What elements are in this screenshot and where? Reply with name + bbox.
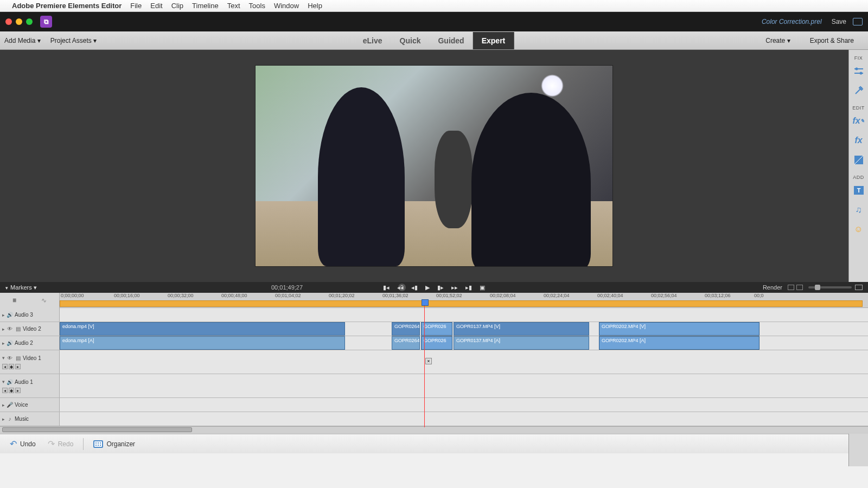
time-ruler[interactable]: 0;00;00;00 00;00;16;00 00;00;32;00 00;00… — [60, 293, 868, 300]
transitions-icon[interactable] — [852, 153, 866, 167]
applied-effects-icon[interactable]: fx — [852, 133, 866, 147]
fullscreen-icon[interactable] — [853, 18, 863, 25]
clip-video[interactable]: GOPR0137.MP4 [V] — [454, 322, 589, 336]
app-name[interactable]: Adobe Premiere Elements Editor — [12, 2, 122, 10]
ruler-tick: 00;01;36;02 — [382, 293, 409, 298]
track-label: Audio 3 — [15, 312, 33, 318]
music-icon[interactable]: ♫ — [852, 203, 866, 217]
track-head-audio2[interactable]: ▸🔊 Audio 2 — [0, 336, 60, 350]
track-video2: ▸👁▤ Video 2 edona.mp4 [V] GOPR0264. GOPR… — [0, 322, 868, 336]
render-button[interactable]: Render — [763, 284, 782, 291]
ruler-tick: 00;00;32;00 — [168, 293, 194, 298]
track-label: Audio 1 — [15, 379, 33, 385]
video-preview[interactable] — [255, 65, 613, 267]
step-back-icon[interactable]: ◂▮ — [411, 284, 418, 291]
export-share-button[interactable]: Export & Share — [810, 37, 854, 44]
speaker-icon[interactable]: 🔊 — [7, 312, 13, 318]
redo-button[interactable]: ↷ Redo — [43, 436, 78, 451]
tab-guided[interactable]: Guided — [429, 32, 473, 49]
clip-audio[interactable]: GOPR0202.MP4 [A] — [599, 336, 760, 350]
playhead[interactable] — [424, 300, 425, 427]
eye-icon[interactable]: 👁 — [7, 326, 13, 332]
ruler-tick: 00;00;16;00 — [114, 293, 140, 298]
markers-dropdown[interactable]: Markers ▾ — [5, 284, 37, 291]
save-button[interactable]: Save — [832, 18, 846, 25]
track-head-voice[interactable]: ▸🎤 Voice — [0, 398, 60, 412]
filmstrip-icon: ▤ — [15, 355, 21, 361]
svg-point-0 — [855, 68, 858, 70]
timeline-hscrollbar[interactable] — [0, 426, 868, 433]
menu-text[interactable]: Text — [227, 2, 240, 10]
keyframe-nav[interactable]: ◂◆▸ — [2, 388, 21, 393]
clip-audio-selected[interactable]: GOPR026 — [421, 336, 452, 350]
track-audio1: ▾🔊 Audio 1 ◂◆▸ — [0, 374, 868, 398]
clip-video[interactable]: GOPR0202.MP4 [V] — [599, 322, 760, 336]
close-icon[interactable] — [5, 18, 12, 25]
organizer-button[interactable]: Organizer — [89, 438, 139, 450]
ruler-tick: 00;02;24;04 — [544, 293, 570, 298]
speaker-icon[interactable]: 🔊 — [7, 378, 13, 385]
menu-window[interactable]: Window — [274, 2, 299, 10]
clip-video[interactable]: edona.mp4 [V] — [60, 322, 345, 336]
svg-text:T: T — [857, 187, 860, 194]
music-note-icon[interactable]: ♪ — [7, 416, 13, 422]
menu-help[interactable]: Help — [308, 2, 322, 10]
add-media-button[interactable]: Add Media ▾ — [4, 37, 41, 44]
goto-start-icon[interactable]: ▮◂ — [383, 284, 390, 291]
track-label: Voice — [15, 402, 28, 408]
next-frame-icon[interactable]: ▸▸ — [451, 284, 458, 291]
display-mode-toggle[interactable] — [788, 285, 803, 290]
menu-timeline[interactable]: Timeline — [192, 2, 219, 10]
ruler-tick: 00;01;52;02 — [436, 293, 462, 298]
mic-icon[interactable]: 🎤 — [7, 402, 13, 408]
clip-audio[interactable]: GOPR0137.MP4 [A] — [454, 336, 589, 350]
tools-icon[interactable] — [852, 84, 866, 98]
zoom-fit-icon[interactable] — [855, 285, 863, 290]
tab-quick[interactable]: Quick — [391, 32, 430, 49]
undo-button[interactable]: ↶ Undo — [5, 436, 40, 451]
menu-tools[interactable]: Tools — [249, 2, 265, 10]
marker-icon[interactable]: × — [425, 358, 432, 364]
menu-clip[interactable]: Clip — [171, 2, 183, 10]
project-filename: Color Correction.prel — [762, 18, 822, 25]
track-head-video1[interactable]: ▾👁▤ Video 1 ◂◆▸ — [0, 350, 60, 374]
mac-menubar: Adobe Premiere Elements Editor File Edit… — [0, 0, 868, 12]
timeline-tool-b-icon[interactable]: ∿ — [41, 297, 47, 304]
create-button[interactable]: Create ▾ — [765, 37, 790, 44]
adjust-icon[interactable] — [852, 64, 866, 78]
track-audio2: ▸🔊 Audio 2 edona.mp4 [A] GOPR0264. GOPR0… — [0, 336, 868, 350]
graphics-icon[interactable]: ☺ — [852, 222, 866, 236]
menu-file[interactable]: File — [130, 2, 142, 10]
effects-icon[interactable]: fx✎ — [852, 114, 866, 128]
clip-audio[interactable]: edona.mp4 [A] — [60, 336, 345, 350]
keyframe-nav[interactable]: ◂◆▸ — [2, 364, 21, 369]
menu-edit[interactable]: Edit — [150, 2, 162, 10]
goto-end-icon[interactable]: ▸▮ — [465, 284, 472, 291]
clip-video[interactable]: GOPR0264. — [392, 322, 420, 336]
undo-icon: ↶ — [10, 439, 17, 449]
ruler-tick: 00;01;04;02 — [275, 293, 301, 298]
project-assets-button[interactable]: Project Assets ▾ — [50, 37, 97, 44]
speaker-icon[interactable]: 🔊 — [7, 340, 13, 346]
titles-icon[interactable]: T — [852, 183, 866, 197]
timecode-display[interactable]: 00;01;49;27 — [271, 284, 303, 291]
track-head-audio3[interactable]: ▸🔊 Audio 3 — [0, 308, 60, 322]
play-icon[interactable]: ▶ — [425, 284, 430, 291]
maximize-icon[interactable] — [26, 18, 33, 25]
eye-icon[interactable]: 👁 — [7, 355, 13, 361]
prev-frame-icon[interactable]: ◂◂ — [397, 284, 404, 291]
snapshot-icon[interactable]: ▣ — [480, 284, 485, 291]
track-head-audio1[interactable]: ▾🔊 Audio 1 ◂◆▸ — [0, 374, 60, 397]
minimize-icon[interactable] — [16, 18, 22, 25]
tab-elive[interactable]: eLive — [354, 32, 391, 49]
clip-video-selected[interactable]: GOPR026 — [421, 322, 452, 336]
timeline-tool-a-icon[interactable]: ≡ — [12, 297, 16, 304]
tab-expert[interactable]: Expert — [473, 32, 514, 49]
track-head-video2[interactable]: ▸👁▤ Video 2 — [0, 322, 60, 336]
clip-audio[interactable]: GOPR0264. — [392, 336, 420, 350]
zoom-slider[interactable] — [808, 286, 852, 288]
ruler-tick: 00;00;48;00 — [221, 293, 247, 298]
track-head-music[interactable]: ▸♪ Music — [0, 412, 60, 426]
work-area-bar[interactable] — [60, 300, 863, 307]
step-forward-icon[interactable]: ▮▸ — [437, 284, 444, 291]
